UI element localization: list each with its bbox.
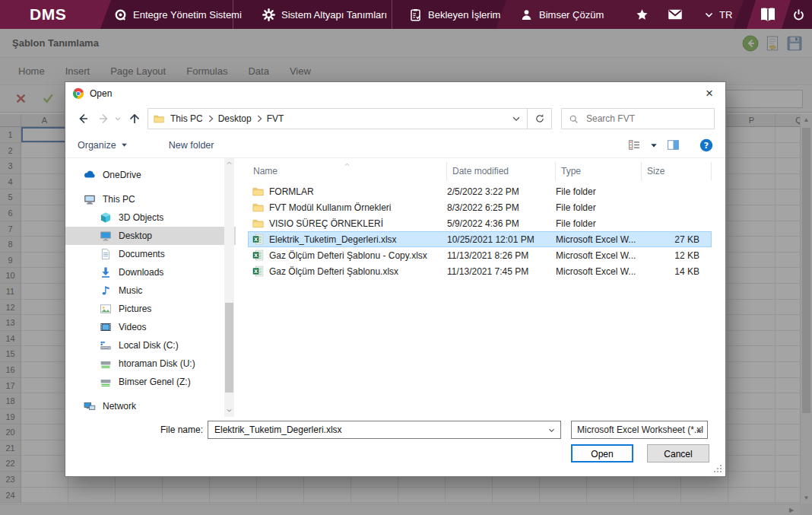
file-name-field[interactable]	[208, 421, 561, 439]
sidebar-item-3d-objects[interactable]: 3D Objects	[65, 208, 236, 227]
topbar-item-entegre-y-netim-sistemi[interactable]: Entegre Yönetim Sistemi	[114, 0, 242, 29]
sidebar-item-desktop[interactable]: Desktop	[65, 227, 236, 245]
file-name-text: Gaz Ölçüm Defteri Şablonu.xlsx	[269, 266, 398, 277]
svg-text:X: X	[254, 269, 258, 275]
file-type-cell: Microsoft Excel W...	[556, 250, 642, 261]
file-row-formlar[interactable]: FORMLAR2/5/2022 3:22 PMFile folder	[248, 183, 712, 199]
file-name-cell: XElektrik_Tuketim_Degerleri.xlsx	[248, 234, 447, 245]
column-header-date-modified[interactable]: Date modified	[447, 162, 556, 180]
guide-book-icon[interactable]	[759, 5, 777, 24]
open-file-dialog: Open × This PCDesktopFVT Organize New fo…	[65, 81, 726, 477]
scrollbar-thumb[interactable]	[225, 303, 233, 393]
organize-label: Organize	[78, 140, 116, 151]
history-chevron-icon[interactable]	[114, 115, 122, 122]
sidebar-item-this-pc[interactable]: This PC	[65, 190, 236, 208]
search-box[interactable]	[561, 108, 715, 129]
sidebar-item-label: Videos	[119, 322, 146, 332]
cancel-button[interactable]: Cancel	[647, 444, 709, 463]
sidebar-item-label: Pictures	[119, 304, 151, 314]
breadcrumb-segment-fvt[interactable]: FVT	[265, 113, 287, 124]
mail-icon[interactable]	[668, 7, 683, 22]
sidebar-item-network[interactable]: Network	[65, 397, 236, 415]
sidebar-scrollbar[interactable]	[224, 158, 234, 417]
up-arrow-icon[interactable]	[128, 112, 141, 126]
new-folder-button[interactable]: New folder	[169, 140, 214, 151]
help-icon[interactable]: ?	[699, 138, 713, 152]
open-button[interactable]: Open	[571, 444, 633, 463]
file-name-dropdown-icon[interactable]	[547, 426, 556, 434]
sidebar-item-label: This PC	[103, 194, 135, 205]
sidebar-item-label: Downloads	[119, 267, 163, 278]
sidebar-item-htoraman-disk-u[interactable]: htoraman Disk (U:)	[65, 354, 236, 373]
sidebar-item-documents[interactable]: Documents	[65, 245, 236, 263]
sidebar-item-label: Desktop	[119, 230, 152, 241]
svg-text:X: X	[254, 253, 258, 259]
preview-pane-icon[interactable]	[667, 138, 680, 151]
file-name-text: Elektrik_Tuketim_Degerleri.xlsx	[269, 234, 397, 245]
file-row-elektrik-tuketim-degerleri-xlsx[interactable]: XElektrik_Tuketim_Degerleri.xlsx10/25/20…	[248, 231, 712, 247]
topbar-item-bimser-z-m[interactable]: Bimser Çözüm	[520, 0, 604, 29]
file-type-cell: Microsoft Excel W...	[556, 234, 642, 245]
file-date-cell: 8/3/2022 6:25 PM	[447, 202, 556, 213]
excel-icon: X	[252, 234, 264, 245]
file-row-gaz-l-m-defteri-ablonu-xlsx[interactable]: XGaz Ölçüm Defteri Şablonu.xlsx11/13/202…	[248, 263, 712, 279]
svg-text:?: ?	[704, 141, 709, 151]
videos-icon	[100, 321, 112, 333]
breadcrumb-segment-desktop[interactable]: Desktop	[216, 113, 254, 124]
navigation-pane: OneDriveThis PC3D ObjectsDesktopDocument…	[65, 158, 236, 417]
chevron-down-icon[interactable]	[704, 10, 714, 20]
file-row-gaz-l-m-defteri-ablonu-copy-xlsx[interactable]: XGaz Ölçüm Defteri Şablonu - Copy.xlsx11…	[248, 247, 712, 263]
resize-grip[interactable]	[714, 465, 723, 474]
address-dropdown-icon[interactable]	[511, 113, 522, 124]
star-icon[interactable]	[636, 8, 649, 21]
local-disk-icon	[100, 339, 112, 351]
file-date-cell: 5/9/2022 4:36 PM	[447, 218, 556, 229]
breadcrumb-segment-this-pc[interactable]: This PC	[168, 113, 205, 124]
sidebar-item-bimser-genel-z[interactable]: Bimser Genel (Z:)	[65, 373, 236, 391]
file-row-visio-s-re-rnekleri[interactable]: VISIO SÜREÇ ÖRNEKLERİ5/9/2022 4:36 PMFil…	[248, 215, 712, 231]
details-view-icon[interactable]	[628, 138, 641, 151]
file-name-input[interactable]	[208, 421, 561, 439]
scroll-down-icon[interactable]	[226, 407, 233, 414]
sidebar-item-downloads[interactable]: Downloads	[65, 263, 236, 281]
file-type-value: Microsoft Excel Worksheet (*.xl	[577, 424, 703, 435]
file-date-cell: 11/13/2021 8:26 PM	[447, 250, 556, 261]
scroll-up-icon[interactable]	[226, 160, 233, 167]
sidebar-item-local-disk-c[interactable]: Local Disk (C:)	[65, 336, 236, 354]
gear-icon	[262, 8, 275, 21]
file-type-cell: File folder	[556, 186, 642, 197]
sidebar-item-videos[interactable]: Videos	[65, 318, 236, 336]
language-selector[interactable]: TR	[719, 0, 732, 29]
refresh-button[interactable]	[528, 108, 552, 129]
column-header-size[interactable]: Size	[642, 162, 712, 180]
excel-icon: X	[252, 250, 264, 261]
file-type-select[interactable]: Microsoft Excel Worksheet (*.xl	[571, 421, 708, 439]
address-bar[interactable]: This PCDesktopFVT	[147, 108, 528, 129]
downloads-icon	[100, 266, 112, 278]
caret-down-icon	[121, 141, 128, 148]
topbar: DMS Entegre Yönetim SistemiSistem Altyap…	[0, 0, 812, 29]
file-row-fvt-mod-l-kullan-m-rnekleri[interactable]: FVT Modül Kullanım Örnekleri8/3/2022 6:2…	[248, 199, 712, 215]
forward-arrow-icon[interactable]	[97, 112, 111, 126]
search-input[interactable]	[585, 113, 707, 125]
file-list: NameDate modifiedTypeSize FORMLAR2/5/202…	[236, 158, 725, 417]
view-caret-icon[interactable]	[650, 141, 658, 149]
breadcrumb: This PCDesktopFVT	[168, 113, 286, 124]
sidebar-item-label: Documents	[119, 249, 165, 259]
sidebar-item-music[interactable]: Music	[65, 281, 236, 300]
column-header-type[interactable]: Type	[556, 162, 642, 180]
topbar-item-bekleyen-i-lerim[interactable]: Bekleyen İşlerim	[409, 0, 500, 29]
sidebar-item-onedrive[interactable]: OneDrive	[65, 166, 236, 184]
sidebar-item-pictures[interactable]: Pictures	[65, 300, 236, 318]
dialog-titlebar[interactable]: Open	[65, 82, 725, 105]
folder-icon	[252, 202, 264, 213]
back-arrow-icon[interactable]	[76, 112, 90, 126]
file-name-text: Gaz Ölçüm Defteri Şablonu - Copy.xlsx	[269, 250, 427, 261]
qdms-logo[interactable]: DMS	[10, 5, 66, 24]
file-name-cell: FORMLAR	[248, 186, 447, 197]
topbar-item-sistem-altyap-tan-mlar[interactable]: Sistem Altyapı Tanımları	[262, 0, 387, 29]
organize-button[interactable]: Organize	[78, 140, 128, 151]
dialog-toolbar: Organize New folder ?	[65, 132, 725, 158]
power-icon[interactable]	[792, 8, 805, 21]
close-icon[interactable]: ×	[693, 82, 725, 105]
